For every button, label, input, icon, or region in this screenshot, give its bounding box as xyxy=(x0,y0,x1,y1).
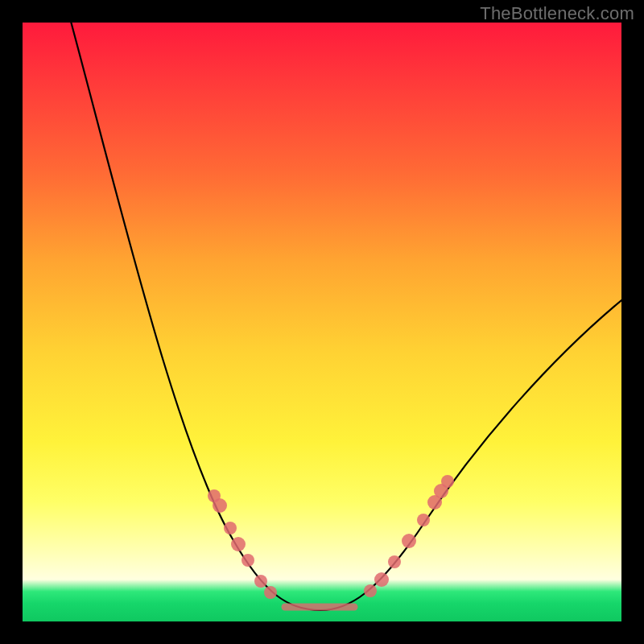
marker-dot xyxy=(388,555,401,568)
marker-dot xyxy=(254,575,267,588)
bottleneck-curve xyxy=(67,23,621,610)
marker-dot xyxy=(364,584,377,597)
right-marker-cluster xyxy=(364,475,454,597)
curve-layer xyxy=(23,23,621,621)
watermark-text: TheBottleneck.com xyxy=(480,3,634,24)
marker-dot xyxy=(224,522,237,535)
marker-dot xyxy=(402,534,416,548)
marker-dot xyxy=(264,586,277,599)
marker-dot xyxy=(417,514,430,526)
plot-area xyxy=(23,23,621,621)
marker-dot xyxy=(231,537,246,551)
left-marker-cluster xyxy=(208,489,277,599)
marker-dot xyxy=(374,572,389,587)
marker-dot xyxy=(213,498,227,513)
marker-dot xyxy=(441,475,454,488)
marker-dot xyxy=(242,554,254,567)
chart-frame: TheBottleneck.com xyxy=(0,0,644,644)
